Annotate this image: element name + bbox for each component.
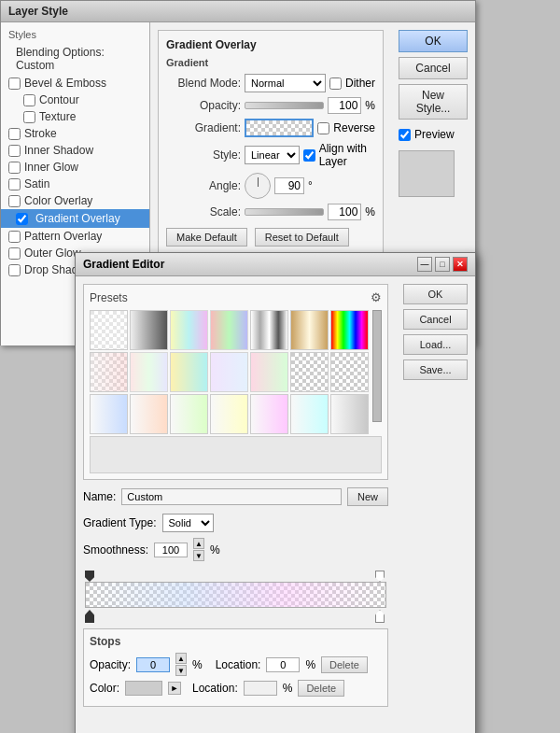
preset-swatch[interactable] bbox=[290, 394, 329, 434]
preset-swatch[interactable] bbox=[250, 394, 288, 434]
inner-glow-checkbox[interactable] bbox=[8, 162, 21, 174]
sidebar-item-gradient-overlay[interactable]: Gradient Overlay bbox=[1, 209, 149, 228]
preset-swatch[interactable] bbox=[330, 394, 369, 434]
sidebar-item-color-overlay[interactable]: Color Overlay bbox=[1, 192, 149, 209]
style-select[interactable]: Linear Radial Angle bbox=[245, 146, 300, 164]
restore-button[interactable]: □ bbox=[435, 257, 450, 272]
preview-checkbox[interactable] bbox=[399, 129, 411, 141]
make-default-button[interactable]: Make Default bbox=[166, 228, 247, 247]
ok-button[interactable]: OK bbox=[399, 30, 468, 52]
presets-scrollbar[interactable] bbox=[372, 310, 382, 422]
preset-swatch[interactable] bbox=[170, 394, 208, 434]
preset-swatch[interactable] bbox=[290, 352, 329, 392]
gradient-overlay-checkbox[interactable] bbox=[16, 213, 28, 225]
preset-swatch[interactable] bbox=[210, 310, 248, 350]
blend-mode-select[interactable]: Normal Multiply Screen bbox=[245, 74, 326, 92]
close-button[interactable]: ✕ bbox=[453, 257, 468, 272]
sidebar-item-bevel[interactable]: Bevel & Emboss bbox=[1, 75, 149, 92]
color-overlay-checkbox[interactable] bbox=[8, 195, 21, 207]
preset-swatch[interactable] bbox=[250, 310, 288, 350]
drop-shadow-checkbox[interactable] bbox=[8, 264, 21, 276]
preset-swatch[interactable] bbox=[210, 394, 248, 434]
sidebar-item-blending[interactable]: Blending Options: Custom bbox=[1, 43, 149, 75]
gradient-save-button[interactable]: Save... bbox=[403, 359, 468, 380]
color-stop-right[interactable] bbox=[375, 610, 385, 623]
scale-input[interactable] bbox=[328, 204, 361, 220]
smoothness-unit: % bbox=[210, 543, 220, 557]
gradient-preview[interactable] bbox=[245, 119, 314, 137]
color-delete-button[interactable]: Delete bbox=[298, 680, 344, 697]
scale-slider[interactable] bbox=[245, 208, 324, 216]
reverse-checkbox[interactable] bbox=[317, 122, 329, 134]
texture-checkbox[interactable] bbox=[23, 111, 35, 123]
gradient-load-button[interactable]: Load... bbox=[403, 334, 468, 355]
angle-row: Angle: ° bbox=[166, 173, 375, 199]
preset-swatch[interactable] bbox=[330, 352, 369, 392]
preset-swatch[interactable] bbox=[330, 310, 369, 350]
gradient-ok-button[interactable]: OK bbox=[403, 284, 468, 304]
dither-checkbox[interactable] bbox=[329, 78, 342, 90]
satin-checkbox[interactable] bbox=[8, 178, 21, 190]
pattern-overlay-checkbox[interactable] bbox=[8, 231, 21, 243]
gradient-row: Gradient: Reverse bbox=[166, 119, 375, 137]
sidebar-item-stroke[interactable]: Stroke bbox=[1, 125, 149, 142]
angle-dial[interactable] bbox=[245, 173, 271, 199]
sidebar-item-inner-glow[interactable]: Inner Glow bbox=[1, 159, 149, 176]
presets-empty bbox=[90, 436, 382, 473]
minimize-button[interactable]: — bbox=[417, 257, 432, 272]
opacity-input[interactable] bbox=[328, 97, 361, 114]
opacity-slider[interactable] bbox=[245, 102, 324, 109]
color-stops-row bbox=[83, 608, 388, 623]
opacity-stop-input[interactable] bbox=[136, 657, 170, 672]
gradient-cancel-button[interactable]: Cancel bbox=[403, 309, 468, 330]
preset-swatch[interactable] bbox=[130, 310, 168, 350]
inner-shadow-checkbox[interactable] bbox=[8, 145, 21, 157]
name-input[interactable] bbox=[121, 488, 342, 505]
gradient-bar[interactable] bbox=[85, 582, 386, 608]
stroke-checkbox[interactable] bbox=[8, 128, 21, 140]
color-stop-left[interactable] bbox=[85, 610, 94, 623]
dialog-body: Presets ⚙ bbox=[76, 276, 475, 733]
preset-swatch[interactable] bbox=[170, 352, 208, 392]
location-stop-input[interactable] bbox=[266, 657, 300, 672]
opacity-down[interactable]: ▼ bbox=[175, 665, 187, 676]
color-arrow-button[interactable]: ► bbox=[168, 682, 181, 695]
gradient-type-select[interactable]: Solid Noise bbox=[162, 514, 214, 532]
gradient-editor-dialog: Gradient Editor — □ ✕ Presets ⚙ bbox=[75, 252, 476, 733]
align-checkbox[interactable] bbox=[303, 149, 315, 162]
sidebar-item-texture[interactable]: Texture bbox=[1, 108, 149, 125]
smoothness-input[interactable] bbox=[154, 543, 188, 557]
preset-swatch[interactable] bbox=[210, 352, 248, 392]
contour-checkbox[interactable] bbox=[23, 94, 35, 106]
preset-swatch[interactable] bbox=[250, 352, 288, 392]
opacity-up[interactable]: ▲ bbox=[175, 653, 187, 664]
sidebar-item-inner-shadow[interactable]: Inner Shadow bbox=[1, 142, 149, 159]
preset-swatch[interactable] bbox=[170, 310, 208, 350]
bevel-checkbox[interactable] bbox=[8, 78, 21, 90]
color-location-input[interactable] bbox=[244, 681, 277, 696]
cancel-button[interactable]: Cancel bbox=[399, 57, 468, 79]
sidebar-item-contour[interactable]: Contour bbox=[1, 92, 149, 108]
opacity-stop-left[interactable] bbox=[85, 571, 94, 582]
preset-swatch[interactable] bbox=[290, 310, 329, 350]
smoothness-up[interactable]: ▲ bbox=[193, 538, 204, 549]
sidebar-item-pattern-overlay[interactable]: Pattern Overlay bbox=[1, 228, 149, 245]
preset-swatch[interactable] bbox=[130, 352, 168, 392]
smoothness-down[interactable]: ▼ bbox=[193, 550, 204, 561]
opacity-delete-button[interactable]: Delete bbox=[321, 656, 368, 673]
preset-swatch[interactable] bbox=[90, 310, 128, 350]
opacity-stop-right[interactable] bbox=[375, 571, 385, 582]
angle-unit: ° bbox=[308, 179, 313, 192]
preset-swatch[interactable] bbox=[130, 394, 168, 434]
preset-swatch[interactable] bbox=[90, 352, 128, 392]
outer-glow-checkbox[interactable] bbox=[8, 247, 21, 260]
new-style-button[interactable]: New Style... bbox=[399, 84, 468, 120]
preset-swatch[interactable] bbox=[90, 394, 128, 434]
preview-label-text: Preview bbox=[414, 128, 455, 141]
sidebar-item-satin[interactable]: Satin bbox=[1, 176, 149, 192]
gear-icon[interactable]: ⚙ bbox=[371, 290, 382, 304]
color-swatch[interactable] bbox=[125, 681, 162, 696]
new-button[interactable]: New bbox=[347, 487, 388, 506]
reset-to-default-button[interactable]: Reset to Default bbox=[255, 228, 349, 247]
angle-input[interactable] bbox=[274, 177, 304, 194]
